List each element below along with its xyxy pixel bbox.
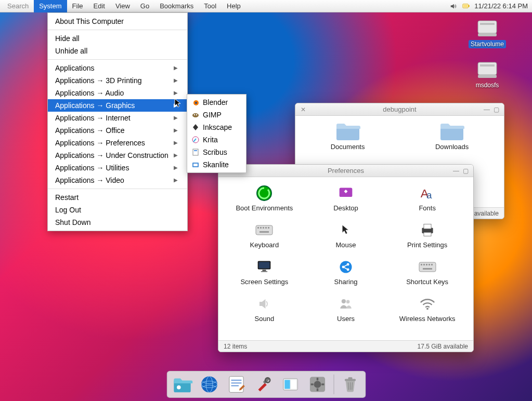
dock-trash[interactable] (339, 373, 361, 395)
pref-sharing[interactable]: Sharing (305, 258, 387, 286)
menu-applications-preferences[interactable]: Applications → Preferences▶ (48, 137, 187, 149)
menu-separator (48, 59, 187, 60)
menu-shutdown[interactable]: Shut Down (48, 216, 187, 229)
svg-line-71 (348, 382, 348, 390)
window-preferences[interactable]: ✕ Preferences — ▢ Boot Environments Desk… (218, 164, 474, 352)
submenu-krita[interactable]: Krita (187, 133, 246, 146)
chevron-right-icon: ▶ (174, 151, 178, 160)
menu-applications-graphics[interactable]: Applications → Graphics▶ (48, 99, 187, 112)
dock-editor[interactable] (225, 373, 247, 395)
minimize-button[interactable]: — (482, 105, 491, 114)
menu-applications-3dprinting[interactable]: Applications → 3D Printing▶ (48, 74, 187, 87)
pref-keyboard[interactable]: Keyboard (224, 221, 305, 249)
chevron-right-icon: ▶ (174, 176, 178, 185)
svg-rect-70 (348, 377, 352, 379)
svg-rect-68 (321, 383, 324, 385)
menu-hide-all[interactable]: Hide all (48, 32, 187, 45)
folder-label: Downloads (435, 143, 469, 151)
menu-about[interactable]: About This Computer (48, 15, 187, 28)
pref-label: Sharing (334, 278, 358, 286)
pref-sound[interactable]: Sound (224, 295, 305, 323)
pref-boot-environments[interactable]: Boot Environments (224, 184, 305, 212)
volume-icon[interactable] (449, 2, 458, 10)
battery-icon[interactable] (462, 2, 470, 10)
menubar-go[interactable]: Go (135, 0, 154, 12)
svg-rect-67 (310, 383, 313, 385)
menubar-system[interactable]: System (34, 0, 67, 12)
pref-shortcut-keys[interactable]: Shortcut Keys (386, 258, 468, 286)
menu-logout[interactable]: Log Out (48, 204, 187, 216)
cursor-icon (174, 98, 181, 109)
menubar-file[interactable]: File (67, 0, 88, 12)
menu-unhide-all[interactable]: Unhide all (48, 45, 187, 57)
pref-label: Screen Settings (240, 278, 288, 286)
menu-restart[interactable]: Restart (48, 191, 187, 204)
svg-point-49 (342, 299, 346, 303)
status-right: available (474, 210, 499, 217)
menu-applications-audio[interactable]: Applications → Audio▶ (48, 87, 187, 99)
blender-icon (191, 98, 200, 106)
submenu-inkscape[interactable]: Inkscape (187, 121, 246, 133)
menu-applications[interactable]: Applications▶ (48, 62, 187, 74)
pref-print-settings[interactable]: Print Settings (386, 221, 468, 249)
pref-desktop[interactable]: Desktop (305, 184, 387, 212)
dock (166, 371, 366, 398)
menubar-clock[interactable]: 11/21/22 6:14 PM (474, 2, 528, 10)
svg-rect-29 (268, 227, 269, 229)
svg-rect-61 (284, 380, 290, 389)
chevron-right-icon: ▶ (174, 163, 178, 172)
dock-utilities[interactable] (252, 373, 274, 395)
svg-rect-9 (193, 149, 198, 155)
pref-mouse[interactable]: Mouse (305, 221, 387, 249)
svg-rect-43 (421, 264, 422, 265)
svg-point-38 (340, 261, 352, 273)
folder-icon (439, 121, 464, 141)
menubar-search[interactable]: Search (0, 0, 34, 12)
dock-browser[interactable] (198, 373, 220, 395)
svg-rect-30 (259, 231, 269, 233)
dock-panel[interactable] (279, 373, 301, 395)
pref-users[interactable]: Users (305, 295, 387, 323)
submenu-blender[interactable]: Blender (187, 96, 246, 109)
menu-applications-underconstruction[interactable]: Applications → Under Construction▶ (48, 149, 187, 162)
svg-point-64 (314, 381, 321, 388)
chevron-right-icon: ▶ (174, 138, 178, 148)
svg-rect-26 (260, 227, 262, 229)
menubar-tool[interactable]: Tool (199, 0, 222, 12)
menubar-bookmarks[interactable]: Bookmarks (154, 0, 199, 12)
pref-label: Mouse (335, 241, 356, 249)
svg-point-54 (201, 377, 217, 393)
menu-applications-utilities[interactable]: Applications → Utilities▶ (48, 162, 187, 174)
close-button[interactable]: ✕ (299, 105, 308, 114)
pref-wireless-networks[interactable]: Wireless Networks (386, 295, 468, 323)
menu-applications-internet[interactable]: Applications → Internet▶ (48, 112, 187, 124)
pref-screen-settings[interactable]: Screen Settings (224, 258, 305, 286)
menubar-edit[interactable]: Edit (88, 0, 110, 12)
submenu-gimp[interactable]: GIMP (187, 109, 246, 121)
desktop-icon (337, 184, 355, 202)
titlebar[interactable]: ✕ debugpoint — ▢ (295, 103, 504, 116)
menubar-help[interactable]: Help (222, 0, 246, 12)
submenu-scribus[interactable]: Scribus (187, 146, 246, 158)
menubar-view[interactable]: View (110, 0, 135, 12)
svg-rect-44 (423, 264, 425, 265)
pref-label: Boot Environments (236, 204, 293, 212)
maximize-button[interactable]: ▢ (461, 166, 470, 176)
svg-rect-47 (431, 264, 433, 265)
submenu-skanlite[interactable]: Skanlite (187, 158, 246, 171)
desktop-icon-msdosfs[interactable]: msdosfs (466, 59, 508, 89)
desktop-icon-startvolume[interactable]: Startvolume (466, 18, 508, 48)
dock-settings[interactable] (306, 373, 328, 395)
pref-label: Shortcut Keys (406, 278, 448, 286)
maximize-button[interactable]: ▢ (491, 105, 501, 114)
dock-files[interactable] (171, 373, 193, 395)
svg-rect-42 (419, 262, 436, 272)
desktop-icon-label: msdosfs (476, 82, 499, 89)
pref-fonts[interactable]: Aa Fonts (386, 184, 468, 212)
gimp-icon (191, 111, 200, 119)
menu-separator (48, 30, 187, 30)
menu-applications-video[interactable]: Applications → Video▶ (48, 174, 187, 186)
minimize-button[interactable]: — (451, 166, 461, 176)
menu-applications-office[interactable]: Applications → Office▶ (48, 124, 187, 137)
titlebar[interactable]: ✕ Preferences — ▢ (218, 165, 473, 177)
